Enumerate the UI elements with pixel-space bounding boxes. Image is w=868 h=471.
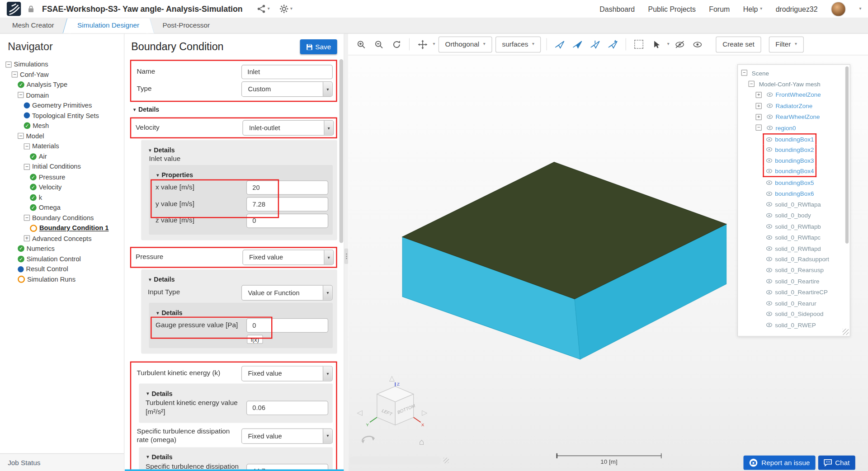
- scene-tree-item-solid_0_Reartire[interactable]: solid_0_Reartire: [738, 276, 849, 287]
- visibility-eye-icon[interactable]: [766, 92, 774, 98]
- scene-tree-item-solid_0_RWflapc[interactable]: solid_0_RWflapc: [738, 232, 849, 243]
- splitter-grip[interactable]: [344, 249, 349, 264]
- visibility-eye-icon[interactable]: [765, 180, 773, 185]
- box-select-icon[interactable]: [632, 37, 646, 52]
- details-collapse-header[interactable]: ▼Details: [132, 106, 337, 113]
- scene-tree-item-Model-Conf-Yaw mesh[interactable]: −Model-Conf-Yaw mesh: [738, 79, 849, 89]
- details-collapse-header[interactable]: ▼Details: [146, 453, 328, 460]
- k-select[interactable]: Fixed value▼: [241, 366, 333, 381]
- show-entity-icon[interactable]: [690, 37, 705, 52]
- expand-icon[interactable]: +: [755, 114, 761, 120]
- expand-icon[interactable]: +: [755, 92, 761, 98]
- y-value-input[interactable]: [246, 197, 328, 212]
- home-view-icon[interactable]: ⌂: [419, 437, 425, 447]
- visibility-eye-icon[interactable]: [765, 268, 773, 273]
- collapse-icon[interactable]: −: [5, 61, 11, 67]
- visibility-eye-icon[interactable]: [765, 289, 773, 295]
- scene-tree-item-RearWheelZone[interactable]: +RearWheelZone: [738, 111, 849, 122]
- create-set-button[interactable]: Create set: [716, 36, 761, 52]
- type-select[interactable]: Custom▼: [241, 81, 333, 97]
- chevron-down-icon[interactable]: ▾: [667, 42, 670, 47]
- visibility-eye-icon[interactable]: [765, 224, 773, 229]
- resize-grip-icon[interactable]: [443, 458, 449, 463]
- collapse-icon[interactable]: −: [12, 71, 18, 77]
- navigator-item-domain[interactable]: −Domain: [0, 90, 124, 100]
- navigator-item-geometry-primitives[interactable]: Geometry Primitives: [0, 100, 124, 111]
- scene-tree-item-solid_0_body[interactable]: solid_0_body: [738, 210, 849, 221]
- visibility-eye-icon[interactable]: [765, 137, 773, 142]
- scene-tree-item-solid_0_Rearur[interactable]: solid_0_Rearur: [738, 297, 849, 308]
- navigator-item-initial-conditions[interactable]: −Initial Conditions: [0, 162, 124, 172]
- scene-tree-item-solid_0_RWflapd[interactable]: solid_0_RWflapd: [738, 243, 849, 254]
- tab-simulation-designer[interactable]: Simulation Designer: [69, 18, 148, 33]
- hide-entity-icon[interactable]: [673, 37, 687, 52]
- collapse-icon[interactable]: −: [741, 70, 747, 76]
- navigator-item-omega[interactable]: ✓Omega: [0, 203, 124, 213]
- navigator-item-simulation-runs[interactable]: Simulation Runs: [0, 274, 124, 285]
- visibility-eye-icon[interactable]: [766, 114, 774, 119]
- z-value-input[interactable]: [246, 214, 328, 228]
- chevron-down-icon[interactable]: ▾: [859, 7, 861, 11]
- navigator-item-boundary-conditions[interactable]: −Boundary Conditions: [0, 213, 124, 223]
- visibility-eye-icon[interactable]: [765, 191, 773, 196]
- job-status-link[interactable]: Job Status: [0, 453, 124, 471]
- nav-dashboard[interactable]: Dashboard: [599, 5, 635, 13]
- navigator-item-advanced-concepts[interactable]: +Advanced Concepts: [0, 233, 124, 244]
- details-collapse-header[interactable]: ▼Details: [156, 309, 328, 316]
- rotate-up-arrow[interactable]: △: [389, 374, 395, 382]
- clip-plane-icon-2[interactable]: [570, 37, 585, 52]
- x-value-input[interactable]: [246, 180, 328, 195]
- navigator-item-boundary-condition-1[interactable]: Boundary Condition 1: [0, 223, 124, 233]
- tab-post-processor[interactable]: Post-Processor: [154, 18, 219, 33]
- chevron-down-icon[interactable]: ▾: [433, 42, 435, 47]
- collapse-icon[interactable]: −: [755, 125, 761, 131]
- input-type-select[interactable]: Value or Function▼: [241, 285, 333, 301]
- details-collapse-header[interactable]: ▼Details: [148, 276, 333, 283]
- scene-tree-item-solid_0_Rearsusp[interactable]: solid_0_Rearsusp: [738, 265, 849, 276]
- scene-tree-item-solid_0_RWflapa[interactable]: solid_0_RWflapa: [738, 199, 849, 210]
- clip-plane-icon-1[interactable]: [552, 37, 567, 52]
- navigator-item-numerics[interactable]: ✓Numerics: [0, 244, 124, 254]
- visibility-eye-icon[interactable]: [765, 147, 773, 152]
- panel-splitter[interactable]: [344, 34, 349, 471]
- app-logo[interactable]: [7, 2, 21, 16]
- visibility-eye-icon[interactable]: [765, 158, 773, 163]
- formula-fx-button[interactable]: f(x): [247, 335, 263, 344]
- zoom-out-icon[interactable]: [372, 37, 386, 52]
- scene-tree-item-boundingBox2[interactable]: boundingBox2: [738, 144, 849, 155]
- scene-tree-item-solid_0_RWEP[interactable]: solid_0_RWEP: [738, 320, 849, 330]
- visibility-eye-icon[interactable]: [765, 235, 773, 240]
- nav-forum[interactable]: Forum: [709, 5, 730, 13]
- navigator-item-simulations[interactable]: −Simulations: [0, 59, 124, 70]
- visibility-eye-icon[interactable]: [765, 213, 773, 218]
- save-button[interactable]: Save: [300, 39, 337, 54]
- scene-tree-item-solid_0_Radsupport[interactable]: solid_0_Radsupport: [738, 254, 849, 264]
- scene-tree-item-boundingBox5[interactable]: boundingBox5: [738, 177, 849, 188]
- scene-tree-resize-grip[interactable]: [843, 329, 849, 334]
- filter-button[interactable]: Filter▾: [769, 36, 804, 52]
- visibility-eye-icon[interactable]: [766, 103, 774, 108]
- scene-tree-scrollbar[interactable]: [845, 66, 849, 244]
- scene-tree-item-FrontWheelZone[interactable]: +FrontWheelZone: [738, 89, 849, 100]
- navigator-item-result-control[interactable]: Result Control: [0, 264, 124, 274]
- clip-plane-icon-3[interactable]: [588, 37, 603, 52]
- visibility-eye-icon[interactable]: [766, 125, 774, 131]
- visibility-eye-icon[interactable]: [765, 168, 773, 174]
- pressure-select[interactable]: Fixed value▼: [242, 250, 334, 265]
- report-issue-button[interactable]: Report an issue: [744, 456, 816, 470]
- scene-tree-item-solid_0_RWflapb[interactable]: solid_0_RWflapb: [738, 221, 849, 232]
- collapse-icon[interactable]: −: [18, 133, 24, 139]
- visibility-eye-icon[interactable]: [765, 300, 773, 306]
- expand-icon[interactable]: +: [755, 103, 761, 108]
- visibility-eye-icon[interactable]: [765, 202, 773, 207]
- visibility-eye-icon[interactable]: [765, 245, 773, 251]
- scene-tree-item-boundingBox4[interactable]: boundingBox4: [738, 166, 849, 177]
- velocity-select[interactable]: Inlet-outlet▼: [242, 120, 334, 136]
- scene-tree-item-boundingBox6[interactable]: boundingBox6: [738, 188, 849, 199]
- navigator-item-simulation-control[interactable]: ✓Simulation Control: [0, 254, 124, 264]
- viewport-hscrollbar[interactable]: [349, 457, 441, 464]
- navigator-item-mesh[interactable]: ✓Mesh: [0, 121, 124, 131]
- clip-plane-icon-4[interactable]: [606, 37, 620, 52]
- navigator-item-materials[interactable]: −Materials: [0, 141, 124, 151]
- share-button[interactable]: ▾: [257, 5, 270, 14]
